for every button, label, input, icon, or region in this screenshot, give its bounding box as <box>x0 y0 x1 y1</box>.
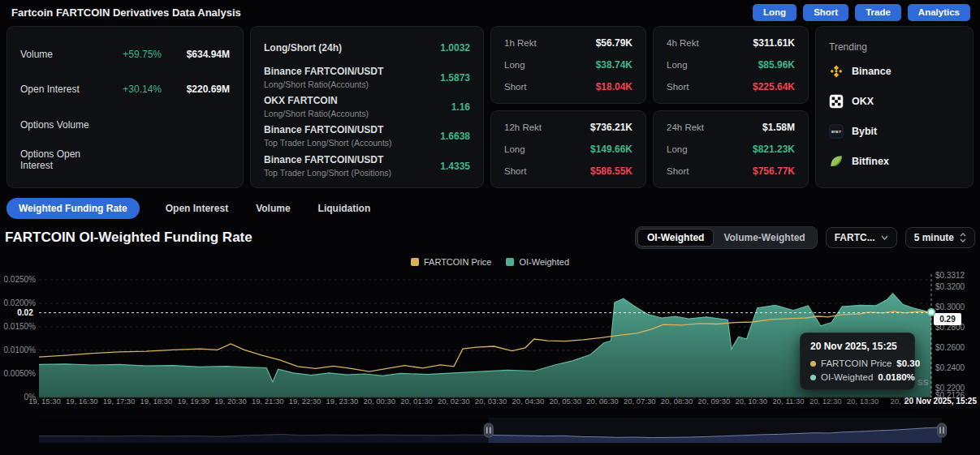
navigator-right-handle[interactable] <box>938 423 947 437</box>
tooltip-series-value: $0.30 <box>896 358 920 368</box>
svg-text:20, 11:30: 20, 11:30 <box>773 397 805 406</box>
rekt-title: 1h Rekt <box>504 38 596 48</box>
svg-text:19, 17:30: 19, 17:30 <box>103 397 136 406</box>
svg-text:0.0250%: 0.0250% <box>4 275 37 284</box>
rekt-long-row: Long$38.74K <box>504 54 632 75</box>
tab-liquidation[interactable]: Liquidation <box>317 198 373 219</box>
rekt-long-value: $85.96K <box>758 59 795 71</box>
top-bar: Fartcoin FARTCOIN Derivatives Data Analy… <box>0 0 980 24</box>
stat-label: Options Open Interest <box>20 148 105 171</box>
ratio-title: OKX FARTCOIN <box>264 95 451 107</box>
tooltip-series-name: OI-Weighted <box>821 372 873 382</box>
ratio-value: 1.5873 <box>440 72 470 84</box>
interval-select-value: 5 minute <box>914 232 954 243</box>
rekt-long-row: Long$149.66K <box>504 139 632 160</box>
stat-row: Volume+59.75%$634.94M <box>20 39 230 69</box>
rekt-short-value: $225.64K <box>753 81 795 92</box>
current-funding-label: 0.02 <box>11 307 39 319</box>
trending-item-bybit[interactable]: BYB!TBybit <box>829 116 960 146</box>
rekt-header-row: 4h Rekt$311.61K <box>667 32 795 54</box>
chevron-down-icon <box>881 235 888 240</box>
trending-item-name: Binance <box>852 66 891 77</box>
navigator-unselected-mask <box>39 418 489 443</box>
top-button-short[interactable]: Short <box>803 4 848 21</box>
rekt-row-label: Short <box>504 82 596 92</box>
svg-text:20, 08:30: 20, 08:30 <box>661 397 693 406</box>
svg-text:20, 10:30: 20, 10:30 <box>735 397 767 406</box>
ratio-text: Binance FARTCOIN/USDTTop Trader Long/Sho… <box>264 154 440 178</box>
chart-legend: FARTCOIN PriceOI-Weighted <box>0 257 980 267</box>
rekt-short-row: Short$756.77K <box>667 161 795 182</box>
rekt-row-label: Long <box>504 60 596 70</box>
svg-text:$0.2400: $0.2400 <box>935 363 965 372</box>
trending-item-bitfinex[interactable]: Bitfinex <box>829 146 960 176</box>
svg-text:0.0150%: 0.0150% <box>4 322 37 331</box>
okx-icon <box>829 94 844 109</box>
rekt-short-row: Short$225.64K <box>667 76 795 97</box>
top-button-long[interactable]: Long <box>753 4 797 21</box>
ratio-subtitle: Long/Short Ratio(Accounts) <box>264 79 440 90</box>
rekt-row-label: Long <box>504 144 590 154</box>
tooltip-series-value: 0.0180% <box>878 372 914 382</box>
tooltip-series-name: FARTCOIN Price <box>821 358 891 368</box>
rekt-long-row: Long$85.96K <box>667 54 795 75</box>
crosshair-x-label: 20 Nov 2025, 15:25 <box>904 397 977 406</box>
tooltip-timestamp: 20 Nov 2025, 15:25 <box>810 341 904 352</box>
rekt-long-value: $38.74K <box>596 59 632 71</box>
legend-item-oi-weighted[interactable]: OI-Weighted <box>506 257 569 267</box>
rekt-header-row: 24h Rekt$1.58M <box>667 117 795 138</box>
ratio-title: Binance FARTCOIN/USDT <box>264 66 440 78</box>
svg-text:BYB!T: BYB!T <box>831 129 842 133</box>
rekt-card: 24h Rekt$1.58MLong$821.23KShort$756.77K <box>653 110 809 188</box>
rekt-total-value: $311.61K <box>753 37 795 49</box>
rekt-short-row: Short$18.04K <box>504 76 632 97</box>
top-button-analytics[interactable]: Analytics <box>908 4 970 21</box>
symbol-select[interactable]: FARTC... <box>826 227 897 248</box>
navigator-selection[interactable] <box>489 418 942 443</box>
last-price-marker <box>928 309 935 315</box>
segment-oi-weighted[interactable]: OI-Weighted <box>637 229 714 247</box>
svg-text:20, 07:30: 20, 07:30 <box>624 397 656 406</box>
navigator-left-handle[interactable] <box>484 423 493 437</box>
ratio-text: OKX FARTCOINLong/Short Ratio(Accounts) <box>264 95 451 119</box>
legend-item-fartcoin-price[interactable]: FARTCOIN Price <box>411 257 492 267</box>
longshort-ratio-card: Long/Short (24h)1.0032Binance FARTCOIN/U… <box>250 26 484 188</box>
rekt-long-value: $821.23K <box>753 144 795 155</box>
ratio-value: 1.0032 <box>440 42 470 54</box>
legend-swatch <box>506 258 514 266</box>
chart-navigator[interactable] <box>0 416 980 447</box>
ratio-title: Long/Short (24h) <box>264 42 440 54</box>
chart-header: FARTCOIN OI-Weighted Funding Rate OI-Wei… <box>5 225 975 251</box>
stat-row: Options Volume <box>20 109 230 140</box>
ratio-title: Binance FARTCOIN/USDT <box>264 154 440 166</box>
rekt-card: 12h Rekt$736.21KLong$149.66KShort$586.55… <box>490 110 646 188</box>
stat-row: Open Interest+30.14%$220.69M <box>20 75 230 105</box>
interval-select[interactable]: 5 minute <box>905 227 975 248</box>
ratio-text: Long/Short (24h) <box>264 42 440 54</box>
segment-volume-weighted[interactable]: Volume-Weighted <box>714 229 814 247</box>
trending-item-binance[interactable]: Binance <box>829 56 960 86</box>
tab-volume[interactable]: Volume <box>254 198 291 219</box>
ratio-subtitle: Long/Short Ratio(Accounts) <box>264 109 451 119</box>
top-button-trade[interactable]: Trade <box>855 4 901 21</box>
ratio-text: Binance FARTCOIN/USDTLong/Short Ratio(Ac… <box>264 66 440 90</box>
trending-item-okx[interactable]: OKX <box>829 86 960 116</box>
stat-change: +59.75% <box>105 49 162 60</box>
svg-text:0.02: 0.02 <box>17 308 33 317</box>
stat-label: Open Interest <box>20 84 105 95</box>
rekt-title: 4h Rekt <box>667 38 753 48</box>
rekt-row-label: Short <box>667 82 753 92</box>
svg-text:20, 13:30: 20, 13:30 <box>847 397 879 406</box>
svg-text:19, 22:30: 19, 22:30 <box>289 397 322 406</box>
symbol-select-value: FARTC... <box>835 232 875 243</box>
rekt-row-label: Long <box>667 60 758 70</box>
svg-text:19, 16:30: 19, 16:30 <box>66 397 98 406</box>
rekt-title: 24h Rekt <box>667 122 762 132</box>
tab-open-interest[interactable]: Open Interest <box>164 198 230 219</box>
tooltip-row: FARTCOIN Price$0.30 <box>810 358 904 368</box>
rekt-total-value: $1.58M <box>762 122 795 133</box>
binance-icon <box>829 64 844 79</box>
rekt-title: 12h Rekt <box>504 122 590 132</box>
legend-label: OI-Weighted <box>519 257 569 267</box>
tab-weighted-funding-rate[interactable]: Weighted Funding Rate <box>6 198 140 219</box>
